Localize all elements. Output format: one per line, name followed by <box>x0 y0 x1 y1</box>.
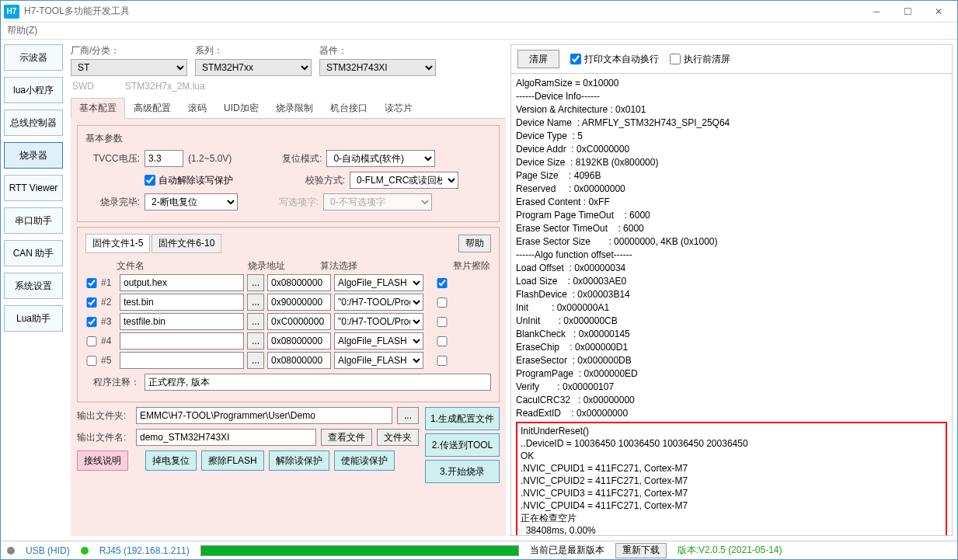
file2-check[interactable] <box>85 297 98 308</box>
file1-algo[interactable]: AlgoFile_FLASH <box>334 274 423 291</box>
input-tvcc[interactable] <box>145 150 183 167</box>
enable-protect-button[interactable]: 使能读保护 <box>334 450 395 471</box>
tab-machine[interactable]: 机台接口 <box>322 98 376 118</box>
file5-check[interactable] <box>85 356 98 366</box>
sidebar-can[interactable]: CAN 助手 <box>4 240 63 266</box>
check-autowrap[interactable] <box>570 54 581 64</box>
file3-name[interactable] <box>120 313 244 330</box>
select-verify[interactable]: 0-FLM_CRC或读回校验 <box>350 172 458 189</box>
rj45-status[interactable]: RJ45 (192.168.1.211) <box>99 545 190 556</box>
swd-label: SWD <box>72 81 94 92</box>
log-text-lower: InitUnderReset() ..DeviceID = 10036450 1… <box>521 426 829 535</box>
sidebar-oscilloscope[interactable]: 示波器 <box>4 44 63 71</box>
hdr-erase: 整片擦除 <box>452 259 491 273</box>
filetab-6-10[interactable]: 固件文件6-10 <box>152 234 221 253</box>
filetab-1-5[interactable]: 固件文件1-5 <box>85 234 150 253</box>
select-reset-mode[interactable]: 0-自动模式(软件) <box>326 150 435 167</box>
label-after-burn: 烧录完毕: <box>85 196 140 209</box>
sidebar-lua[interactable]: lua小程序 <box>4 77 63 103</box>
file2-name[interactable] <box>120 294 244 311</box>
file5-addr[interactable] <box>267 352 331 369</box>
send-tool-button[interactable]: 2.传送到TOOL <box>425 433 500 457</box>
group-basic-params: 基本参数 TVCC电压: (1.2~5.0V) 复位模式: 0-自动模式(软件)… <box>77 125 500 222</box>
file3-browse[interactable]: ... <box>247 313 264 330</box>
sidebar-bus[interactable]: 总线控制器 <box>4 110 63 136</box>
file2-addr[interactable] <box>267 294 331 311</box>
remove-protect-button[interactable]: 解除读保护 <box>269 450 329 471</box>
tab-rolling[interactable]: 滚码 <box>179 98 215 118</box>
sidebar-serial[interactable]: 串口助手 <box>4 207 63 234</box>
left-pane: 厂商/分类： ST 系列： STM32H7xx 器件： STM32H743XI … <box>71 44 506 536</box>
usb-dot-icon <box>7 547 15 555</box>
minimize-button[interactable]: ─ <box>861 2 892 21</box>
gen-config-button[interactable]: 1.生成配置文件 <box>425 407 500 430</box>
file4-browse[interactable]: ... <box>247 332 264 350</box>
file3-algo[interactable]: "0:/H7-TOOL/Progra <box>334 313 423 330</box>
file3-addr[interactable] <box>267 313 331 330</box>
file3-erase[interactable] <box>436 317 448 327</box>
view-file-button[interactable]: 查看文件 <box>321 429 372 446</box>
file3-check[interactable] <box>85 317 98 327</box>
file5-algo[interactable]: AlgoFile_FLASH <box>334 352 423 369</box>
file5-browse[interactable]: ... <box>247 352 264 369</box>
file1-check[interactable] <box>85 278 98 288</box>
file4-check[interactable] <box>85 336 98 346</box>
label-vendor: 厂商/分类： <box>71 44 187 57</box>
file4-name[interactable] <box>120 332 244 350</box>
sidebar-system[interactable]: 系统设置 <box>4 273 63 299</box>
log-body[interactable]: AlgoRamSize = 0x10000 ------Device Info-… <box>511 74 952 535</box>
redownload-button[interactable]: 重新下载 <box>615 543 667 558</box>
sidebar-luahelp[interactable]: Lua助手 <box>4 305 63 332</box>
file1-erase[interactable] <box>436 278 448 288</box>
label-tvcc: TVCC电压: <box>85 152 140 165</box>
window-title: H7-TOOL多功能开发工具 <box>24 5 861 18</box>
input-outfolder[interactable] <box>136 407 392 424</box>
wiring-button[interactable]: 接线说明 <box>77 450 128 471</box>
files-help-button[interactable]: 帮助 <box>458 235 491 252</box>
file5-erase[interactable] <box>436 356 448 366</box>
file2-algo[interactable]: "0:/H7-TOOL/Progra <box>334 294 423 311</box>
file4-algo[interactable]: AlgoFile_FLASH <box>334 332 423 350</box>
tab-limit[interactable]: 烧录限制 <box>267 98 322 118</box>
tab-read[interactable]: 读芯片 <box>376 98 421 118</box>
file1-browse[interactable]: ... <box>247 274 264 291</box>
browse-outfolder[interactable]: ... <box>397 407 419 424</box>
progress-bar <box>200 545 519 556</box>
maximize-button[interactable]: ☐ <box>892 2 923 21</box>
select-vendor[interactable]: ST <box>71 59 187 76</box>
file5-name[interactable] <box>120 352 244 369</box>
lua-file: STM32H7x_2M.lua <box>125 81 205 92</box>
tab-basic[interactable]: 基本配置 <box>71 98 125 119</box>
select-series[interactable]: STM32H7xx <box>195 59 312 76</box>
select-after-burn[interactable]: 2-断电复位 <box>145 193 238 210</box>
file4-addr[interactable] <box>267 332 331 350</box>
check-preclear[interactable] <box>670 54 681 64</box>
titlebar: H7 H7-TOOL多功能开发工具 ─ ☐ ✕ <box>1 1 957 23</box>
app-logo: H7 <box>4 5 19 19</box>
erase-flash-button[interactable]: 擦除FLASH <box>201 450 264 471</box>
input-outfile[interactable] <box>136 429 316 446</box>
input-comment[interactable] <box>145 374 491 391</box>
clear-log-button[interactable]: 清屏 <box>517 50 559 68</box>
file2-erase[interactable] <box>436 297 448 308</box>
sidebar-programmer[interactable]: 烧录器 <box>4 142 63 169</box>
file1-addr[interactable] <box>267 274 331 291</box>
file1-name[interactable] <box>120 274 244 291</box>
file4-erase[interactable] <box>436 336 448 346</box>
tab-advanced[interactable]: 高级配置 <box>125 98 179 118</box>
hdr-addr: 烧录地址 <box>227 259 291 273</box>
group-files: 固件文件1-5 固件文件6-10 帮助 文件名 烧录地址 算法选择 整片擦除 #… <box>77 227 500 402</box>
file2-browse[interactable]: ... <box>247 294 264 311</box>
file-row-4: #4 ... AlgoFile_FLASH <box>85 332 491 350</box>
poweroff-reset-button[interactable]: 掉电复位 <box>145 450 197 471</box>
tab-uid[interactable]: UID加密 <box>215 98 267 118</box>
menu-help[interactable]: 帮助(Z) <box>7 25 37 36</box>
folder-button[interactable]: 文件夹 <box>377 429 419 446</box>
close-button[interactable]: ✕ <box>923 2 954 21</box>
sidebar-rtt[interactable]: RTT Viewer <box>4 175 63 201</box>
select-device[interactable]: STM32H743XI <box>319 59 436 76</box>
start-burn-button[interactable]: 3.开始烧录 <box>425 460 500 483</box>
check-auto-unprotect[interactable] <box>145 175 155 186</box>
select-fill[interactable]: 0-不写选项字 <box>323 193 432 210</box>
usb-status[interactable]: USB (HID) <box>26 545 70 556</box>
